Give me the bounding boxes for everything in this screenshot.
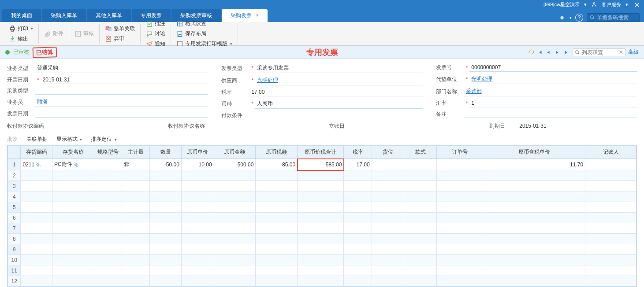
tab-desktop[interactable]: 我的桌面 [2, 9, 41, 22]
cell-empty[interactable] [437, 244, 483, 255]
barcode-search[interactable] [587, 13, 640, 22]
col-order[interactable]: 订单号 [437, 146, 483, 159]
cell-empty[interactable] [585, 170, 637, 181]
cell-empty[interactable] [437, 234, 483, 244]
cell-empty[interactable] [344, 202, 372, 213]
col-uom[interactable]: 主计量 [122, 146, 150, 159]
cell-empty[interactable] [404, 213, 437, 223]
cell-empty[interactable] [214, 244, 256, 255]
cell-empty[interactable] [256, 223, 298, 234]
cell-empty[interactable] [585, 213, 637, 223]
cell-empty[interactable] [122, 181, 150, 191]
cell-empty[interactable] [256, 244, 298, 255]
cell-empty[interactable] [585, 223, 637, 234]
cell-empty[interactable] [181, 202, 214, 213]
clear-icon[interactable]: ✕ [619, 49, 623, 55]
cell-empty[interactable] [150, 255, 182, 265]
cell-empty[interactable] [483, 234, 585, 244]
cell-empty[interactable] [437, 191, 483, 202]
cell-empty[interactable] [52, 276, 94, 287]
tab-purchase-in[interactable]: 采购入库单 [42, 9, 86, 22]
cell-empty[interactable] [372, 170, 404, 181]
col-taxrate[interactable]: 税率 [344, 146, 372, 159]
cell-empty[interactable] [21, 223, 52, 234]
tab-close-icon[interactable]: × [256, 12, 259, 18]
tab-other-in[interactable]: 其他入库单 [87, 9, 131, 22]
cell-empty[interactable] [214, 170, 256, 181]
undo-icon[interactable] [529, 49, 535, 55]
cell-qty[interactable]: -50.00 [150, 159, 182, 170]
cell-empty[interactable] [181, 255, 214, 265]
cell-empty[interactable] [256, 265, 298, 276]
app-dropdown-icon[interactable]: ▾ [584, 2, 587, 7]
cell-price[interactable]: 10.00 [181, 159, 214, 170]
relate-doc-button[interactable]: 关联单据 [26, 136, 48, 143]
cell-empty[interactable] [94, 191, 122, 202]
advanced-link[interactable]: 高级 [628, 48, 639, 56]
cell-empty[interactable] [344, 170, 372, 181]
cell-empty[interactable] [437, 265, 483, 276]
cell-empty[interactable] [52, 202, 94, 213]
table-row[interactable]: 7 [8, 223, 637, 234]
cell-empty[interactable] [122, 234, 150, 244]
cell-empty[interactable] [437, 223, 483, 234]
cell-empty[interactable] [122, 265, 150, 276]
cell-empty[interactable] [404, 276, 437, 287]
cell-empty[interactable] [404, 170, 437, 181]
cell-empty[interactable] [21, 234, 52, 244]
relate-search-input[interactable] [582, 49, 617, 55]
cell-empty[interactable] [21, 170, 52, 181]
table-row[interactable]: 9 [8, 244, 637, 255]
cell-empty[interactable] [21, 244, 52, 255]
cell-empty[interactable] [94, 181, 122, 191]
cell-empty[interactable] [150, 234, 182, 244]
table-row[interactable]: 5 [8, 202, 637, 213]
cell-empty[interactable] [181, 265, 214, 276]
cell-empty[interactable] [214, 213, 256, 223]
cell-empty[interactable] [404, 191, 437, 202]
cell-empty[interactable] [181, 191, 214, 202]
cell-empty[interactable] [52, 181, 94, 191]
cell-empty[interactable] [344, 213, 372, 223]
cell-empty[interactable] [150, 170, 182, 181]
cell-empty[interactable] [150, 276, 182, 287]
cell-empty[interactable] [214, 202, 256, 213]
cell-empty[interactable] [372, 255, 404, 265]
col-spec[interactable]: 规格型号 [94, 146, 122, 159]
agree-name-value[interactable] [208, 122, 316, 130]
cell-taxprice[interactable]: 11.70 [483, 159, 585, 170]
cell-empty[interactable] [483, 255, 585, 265]
cell-empty[interactable] [437, 255, 483, 265]
relate-button[interactable]: 整单关联 [103, 24, 137, 33]
cell-empty[interactable] [122, 213, 150, 223]
cell-empty[interactable] [94, 170, 122, 181]
cell-empty[interactable] [256, 191, 298, 202]
cell-empty[interactable] [404, 255, 437, 265]
agent-value[interactable]: 光明处理 [469, 74, 637, 84]
cell-uom[interactable]: 套 [122, 159, 150, 170]
cell-code[interactable]: 0211📎 [21, 159, 52, 170]
cell-style[interactable] [404, 159, 437, 170]
table-row[interactable]: 12 [8, 276, 637, 287]
cell-empty[interactable] [344, 244, 372, 255]
table-row[interactable]: 11 [8, 265, 637, 276]
cell-empty[interactable] [298, 276, 344, 287]
attach-button[interactable]: 附件 [42, 29, 65, 38]
next-icon[interactable] [555, 49, 561, 55]
inv-no-value[interactable]: 0000000007 [469, 63, 637, 72]
cell-empty[interactable] [483, 276, 585, 287]
cell-empty[interactable] [122, 170, 150, 181]
cell-empty[interactable] [214, 223, 256, 234]
col-tax[interactable]: 原币税额 [256, 146, 298, 159]
col-qty[interactable]: 数量 [150, 146, 182, 159]
rate-value[interactable]: 1 [469, 99, 637, 107]
cell-empty[interactable] [52, 255, 94, 265]
cell-empty[interactable] [585, 265, 637, 276]
col-code[interactable]: 存货编码 [21, 146, 52, 159]
fapiao-date-value[interactable] [35, 110, 208, 118]
purch-type-value[interactable] [35, 87, 208, 95]
cell-empty[interactable] [52, 223, 94, 234]
cell-empty[interactable] [214, 181, 256, 191]
cell-empty[interactable] [585, 181, 637, 191]
cell-empty[interactable] [483, 191, 585, 202]
